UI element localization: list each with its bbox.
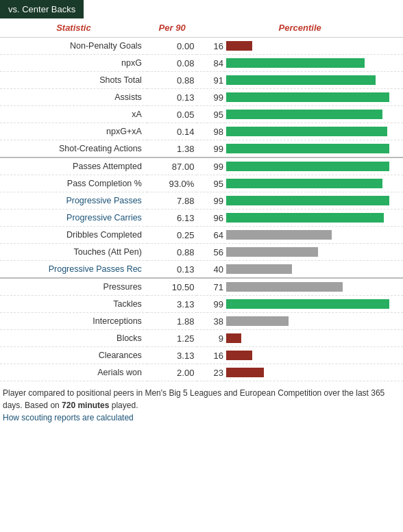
per90-cell: 0.88 <box>147 244 197 261</box>
col-percentile: Percentile <box>197 18 403 38</box>
stat-name-cell: Non-Penalty Goals <box>0 38 147 55</box>
pct-num-cell: 23 <box>197 364 225 381</box>
table-row: Touches (Att Pen)0.8856 <box>0 244 403 261</box>
pct-num-cell: 71 <box>197 278 225 296</box>
bar-cell <box>225 140 403 158</box>
table-row: Clearances3.1316 <box>0 347 403 364</box>
pct-num-cell: 91 <box>197 72 225 89</box>
table-header: Statistic Per 90 Percentile <box>0 18 403 38</box>
stat-name-cell: Interceptions <box>0 313 147 330</box>
per90-cell: 0.13 <box>147 261 197 279</box>
per90-cell: 93.0% <box>147 175 197 192</box>
per90-cell: 87.00 <box>147 157 197 175</box>
pct-num-cell: 40 <box>197 261 225 279</box>
table-row: Progressive Carries6.1396 <box>0 210 403 227</box>
per90-cell: 0.08 <box>147 55 197 72</box>
bar-cell <box>225 244 403 261</box>
per90-cell: 10.50 <box>147 278 197 296</box>
pct-num-cell: 56 <box>197 244 225 261</box>
table-row: npxG0.0884 <box>0 55 403 72</box>
table-row: Assists0.1399 <box>0 89 403 106</box>
stat-name-cell: Progressive Carries <box>0 210 147 227</box>
bar-cell <box>225 330 403 347</box>
pct-num-cell: 9 <box>197 330 225 347</box>
bar-cell <box>225 123 403 140</box>
col-statistic: Statistic <box>0 18 147 38</box>
bar-cell <box>225 261 403 279</box>
stat-name-cell: Shot-Creating Actions <box>0 140 147 158</box>
per90-cell: 2.00 <box>147 364 197 381</box>
stat-name-cell: Shots Total <box>0 72 147 89</box>
table-row: Progressive Passes7.8899 <box>0 192 403 210</box>
per90-cell: 7.88 <box>147 192 197 210</box>
stat-name-cell: Touches (Att Pen) <box>0 244 147 261</box>
pct-num-cell: 84 <box>197 55 225 72</box>
bar-cell <box>225 72 403 89</box>
table-row: xA0.0595 <box>0 106 403 123</box>
pct-num-cell: 99 <box>197 192 225 210</box>
pct-num-cell: 38 <box>197 313 225 330</box>
stat-name-cell: Assists <box>0 89 147 106</box>
table-row: Non-Penalty Goals0.0016 <box>0 38 403 55</box>
pct-num-cell: 95 <box>197 175 225 192</box>
pct-num-cell: 98 <box>197 123 225 140</box>
bar-cell <box>225 347 403 364</box>
per90-cell: 3.13 <box>147 347 197 364</box>
table-row: Progressive Passes Rec0.1340 <box>0 261 403 279</box>
col-per90: Per 90 <box>147 18 197 38</box>
stat-name-cell: Clearances <box>0 347 147 364</box>
table-row: Pressures10.5071 <box>0 278 403 296</box>
bar-cell <box>225 157 403 175</box>
pct-num-cell: 99 <box>197 89 225 106</box>
per90-cell: 6.13 <box>147 210 197 227</box>
header-tab: vs. Center Backs <box>0 0 403 18</box>
footer: Player compared to positional peers in M… <box>0 381 403 427</box>
stat-name-cell: xA <box>0 106 147 123</box>
stat-name-cell: npxG+xA <box>0 123 147 140</box>
bar-cell <box>225 227 403 244</box>
stat-name-cell: Tackles <box>0 296 147 313</box>
per90-cell: 1.38 <box>147 140 197 158</box>
per90-cell: 0.05 <box>147 106 197 123</box>
stat-name-cell: Blocks <box>0 330 147 347</box>
footer-bold: 720 minutes <box>62 401 109 410</box>
per90-cell: 3.13 <box>147 296 197 313</box>
stat-name-cell: Progressive Passes Rec <box>0 261 147 279</box>
pct-num-cell: 96 <box>197 210 225 227</box>
per90-cell: 0.14 <box>147 123 197 140</box>
table-row: Shot-Creating Actions1.3899 <box>0 140 403 158</box>
pct-num-cell: 16 <box>197 347 225 364</box>
scouting-link[interactable]: How scouting reports are calculated <box>3 413 134 422</box>
pct-num-cell: 95 <box>197 106 225 123</box>
pct-num-cell: 99 <box>197 140 225 158</box>
pct-num-cell: 99 <box>197 296 225 313</box>
bar-cell <box>225 106 403 123</box>
bar-cell <box>225 364 403 381</box>
table-row: Aerials won2.0023 <box>0 364 403 381</box>
table-row: Passes Attempted87.0099 <box>0 157 403 175</box>
stat-name-cell: Aerials won <box>0 364 147 381</box>
footer-text2: played. <box>109 401 138 410</box>
table-row: Blocks1.259 <box>0 330 403 347</box>
stat-name-cell: Pressures <box>0 278 147 296</box>
table-row: Interceptions1.8838 <box>0 313 403 330</box>
footer-text1: Player compared to positional peers in M… <box>3 388 384 410</box>
bar-cell <box>225 89 403 106</box>
stats-table: Statistic Per 90 Percentile Non-Penalty … <box>0 18 403 381</box>
bar-cell <box>225 38 403 55</box>
stat-name-cell: npxG <box>0 55 147 72</box>
pct-num-cell: 16 <box>197 38 225 55</box>
per90-cell: 0.13 <box>147 89 197 106</box>
bar-cell <box>225 278 403 296</box>
per90-cell: 0.00 <box>147 38 197 55</box>
bar-cell <box>225 296 403 313</box>
per90-cell: 1.25 <box>147 330 197 347</box>
table-row: npxG+xA0.1498 <box>0 123 403 140</box>
bar-cell <box>225 192 403 210</box>
stat-name-cell: Progressive Passes <box>0 192 147 210</box>
stat-name-cell: Pass Completion % <box>0 175 147 192</box>
bar-cell <box>225 175 403 192</box>
table-row: Pass Completion %93.0%95 <box>0 175 403 192</box>
per90-cell: 0.88 <box>147 72 197 89</box>
pct-num-cell: 64 <box>197 227 225 244</box>
